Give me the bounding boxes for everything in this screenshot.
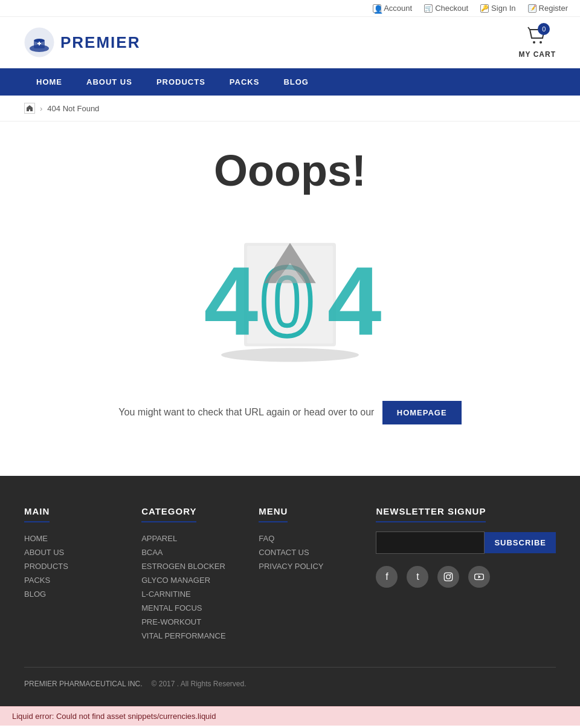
youtube-icon[interactable] <box>468 566 490 588</box>
svg-point-6 <box>533 41 535 44</box>
not-found-message: You might want to check that URL again o… <box>12 401 568 424</box>
breadcrumb-home[interactable] <box>24 103 35 114</box>
signin-label: Sign In <box>491 4 515 13</box>
error-title: Ooops! <box>12 146 568 195</box>
cart-label: MY CART <box>519 50 556 59</box>
not-found-text: You might want to check that URL again o… <box>118 407 374 417</box>
footer-category-links: APPAREL BCAA ESTROGEN BLOCKER GLYCO MANA… <box>141 531 234 643</box>
footer-category-section: CATEGORY APPAREL BCAA ESTROGEN BLOCKER G… <box>141 506 234 643</box>
footer-cat-apparel[interactable]: APPAREL <box>141 531 234 545</box>
svg-text:4: 4 <box>327 247 382 356</box>
register-label: Register <box>539 4 568 13</box>
error-message: Liquid error: Could not find asset snipp… <box>12 712 216 721</box>
footer-menu-links: FAQ CONTACT US PRIVACY POLICY <box>259 531 352 573</box>
breadcrumb-current: 404 Not Found <box>47 104 99 113</box>
footer-main-home[interactable]: HOME <box>24 531 117 545</box>
footer-main-aboutus[interactable]: ABOUT US <box>24 545 117 559</box>
footer-main-section: MAIN HOME ABOUT US PRODUCTS PACKS BLOG <box>24 506 117 643</box>
404-svg: 4 0 4 <box>175 207 405 365</box>
svg-point-19 <box>450 574 451 575</box>
nav-home[interactable]: HOME <box>24 68 74 96</box>
svg-point-18 <box>446 575 451 579</box>
homepage-button[interactable]: HOMEPAGE <box>382 401 462 424</box>
footer-company: PREMIER PHARMACEUTICAL INC. <box>24 680 143 688</box>
error-graphic: 4 0 4 <box>169 207 411 377</box>
logo-icon <box>24 27 54 57</box>
footer-menu-section: MENU FAQ CONTACT US PRIVACY POLICY <box>259 506 352 643</box>
footer-newsletter-title: NEWSLETTER SIGNUP <box>376 506 486 522</box>
newsletter-form: SUBSCRIBE <box>376 531 556 554</box>
footer-bottom: PREMIER PHARMACEUTICAL INC. © 2017 . All… <box>24 667 556 688</box>
svg-line-8 <box>528 27 530 30</box>
checkout-link[interactable]: 🛒 Checkout <box>424 4 468 13</box>
footer-cat-bcaa[interactable]: BCAA <box>141 545 234 559</box>
footer-menu-faq[interactable]: FAQ <box>259 531 352 545</box>
checkout-label: Checkout <box>435 4 468 13</box>
footer-grid: MAIN HOME ABOUT US PRODUCTS PACKS BLOG C… <box>24 506 556 643</box>
footer-cat-lcarnitine[interactable]: L-CARNITINE <box>141 587 234 601</box>
logo-area[interactable]: PREMIER <box>24 27 140 57</box>
header: PREMIER 0 MY CART <box>0 17 580 68</box>
footer-category-title: CATEGORY <box>141 506 196 522</box>
footer-cat-mental[interactable]: MENTAL FOCUS <box>141 601 234 615</box>
newsletter-input[interactable] <box>376 531 485 554</box>
footer-cat-estrogen[interactable]: ESTROGEN BLOCKER <box>141 559 234 573</box>
footer-cat-glyco[interactable]: GLYCO MANAGER <box>141 573 234 587</box>
svg-rect-17 <box>445 573 453 580</box>
footer-menu-privacy[interactable]: PRIVACY POLICY <box>259 559 352 573</box>
register-link[interactable]: 📝 Register <box>528 4 568 13</box>
signin-link[interactable]: 🔑 Sign In <box>480 4 515 13</box>
social-icons: f t <box>376 566 556 588</box>
footer-menu-title: MENU <box>259 506 288 522</box>
svg-text:4: 4 <box>204 247 259 356</box>
cart-badge: 0 <box>538 23 550 35</box>
footer-cat-vital[interactable]: VITAL PERFORMANCE <box>141 629 234 643</box>
facebook-icon[interactable]: f <box>376 566 398 588</box>
footer: MAIN HOME ABOUT US PRODUCTS PACKS BLOG C… <box>0 476 580 706</box>
footer-main-title: MAIN <box>24 506 50 522</box>
nav-blog[interactable]: BLOG <box>271 68 321 96</box>
top-bar: 👤 Account 🛒 Checkout 🔑 Sign In 📝 Registe… <box>0 0 580 17</box>
account-label: Account <box>384 4 412 13</box>
breadcrumb-separator: › <box>40 104 42 113</box>
signin-icon: 🔑 <box>480 4 489 13</box>
svg-marker-21 <box>478 575 481 578</box>
cart-icon-wrap: 0 <box>527 26 547 48</box>
cart-button[interactable]: 0 MY CART <box>519 26 556 59</box>
breadcrumb: › 404 Not Found <box>0 96 580 122</box>
twitter-icon[interactable]: t <box>407 566 428 588</box>
home-icon <box>26 105 33 112</box>
footer-main-packs[interactable]: PACKS <box>24 573 117 587</box>
svg-point-16 <box>221 348 359 362</box>
main-content: Ooops! 4 0 4 You might want to check tha… <box>0 122 580 476</box>
subscribe-button[interactable]: SUBSCRIBE <box>485 532 556 553</box>
nav-packs[interactable]: PACKS <box>218 68 272 96</box>
footer-main-blog[interactable]: BLOG <box>24 587 117 601</box>
nav-products[interactable]: PRODUCTS <box>144 68 218 96</box>
logo-text: PREMIER <box>60 33 140 52</box>
footer-main-links: HOME ABOUT US PRODUCTS PACKS BLOG <box>24 531 117 601</box>
svg-rect-5 <box>39 42 40 45</box>
nav-bar: HOME ABOUT US PRODUCTS PACKS BLOG <box>0 68 580 96</box>
account-icon: 👤 <box>373 4 381 13</box>
account-link[interactable]: 👤 Account <box>373 4 412 13</box>
footer-cat-preworkout[interactable]: PRE-WORKOUT <box>141 615 234 629</box>
footer-newsletter-section: NEWSLETTER SIGNUP SUBSCRIBE f t <box>376 506 556 643</box>
svg-point-7 <box>540 41 542 44</box>
footer-main-products[interactable]: PRODUCTS <box>24 559 117 573</box>
checkout-icon: 🛒 <box>424 4 433 13</box>
error-bar: Liquid error: Could not find asset snipp… <box>0 706 580 726</box>
footer-menu-contact[interactable]: CONTACT US <box>259 545 352 559</box>
nav-about[interactable]: ABOUT US <box>74 68 144 96</box>
footer-copyright: © 2017 . All Rights Reserved. <box>152 680 246 688</box>
instagram-icon[interactable] <box>437 566 459 588</box>
register-icon: 📝 <box>528 4 536 13</box>
